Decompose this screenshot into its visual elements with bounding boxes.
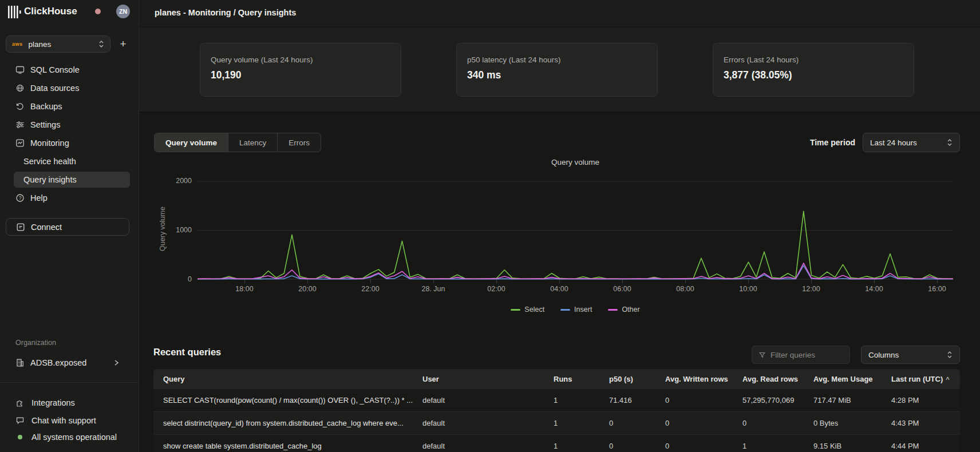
time-period-value: Last 24 hours: [870, 138, 947, 147]
sidebar-item-sql-console[interactable]: SQL Console: [0, 62, 139, 78]
legend-insert[interactable]: Insert: [560, 306, 592, 314]
x-tick: 12:00: [785, 285, 837, 293]
sidebar-item-query-insights[interactable]: Query insights: [0, 172, 139, 188]
add-service-button[interactable]: +: [116, 37, 131, 51]
recent-queries-table: Query User Runs p50 (s) Avg. Written row…: [153, 369, 960, 452]
filter-placeholder: Filter queries: [770, 351, 815, 359]
sort-ascending-icon: ^: [946, 376, 949, 383]
col-user[interactable]: User: [413, 375, 544, 383]
table-header-row: Query User Runs p50 (s) Avg. Written row…: [153, 369, 960, 388]
sidebar-item-label: Backups: [30, 102, 62, 111]
service-selector[interactable]: aws planes: [6, 35, 110, 53]
query-volume-chart[interactable]: [197, 179, 953, 285]
sidebar-item-label: Service health: [23, 157, 76, 166]
other-series-swatch: [608, 309, 618, 311]
table-row[interactable]: select distrinct(query_id) from system.d…: [153, 411, 960, 434]
stat-label: Query volume (Last 24 hours): [211, 55, 390, 64]
chevron-right-icon: [113, 359, 119, 366]
time-period-row: Time period Last 24 hours: [810, 133, 960, 152]
chart-title: Query volume: [197, 158, 953, 166]
updown-chevron-icon: [947, 138, 953, 146]
avg-written-cell: 0: [655, 442, 733, 450]
service-name: planes: [29, 40, 98, 49]
col-avg-written[interactable]: Avg. Written rows: [655, 375, 733, 383]
stat-card-errors: Errors (Last 24 hours) 3,877 (38.05%): [713, 43, 914, 97]
y-tick-1000: 1000: [162, 226, 192, 234]
p50-cell: 71.416: [599, 396, 655, 405]
system-status[interactable]: All systems operational: [0, 429, 139, 445]
filter-queries-input[interactable]: Filter queries: [752, 346, 850, 364]
organization-section-label: Organization: [15, 339, 56, 347]
chat-support-link[interactable]: Chat with support: [0, 413, 139, 429]
sidebar-divider: [0, 382, 139, 383]
query-cell: select distrinct(query_id) from system.d…: [153, 419, 413, 427]
clickhouse-logo-icon: [8, 6, 22, 18]
sidebar-item-monitoring[interactable]: Monitoring: [0, 135, 139, 151]
tab-query-volume[interactable]: Query volume: [155, 133, 228, 152]
stat-card-p50-latency: p50 latency (Last 24 hours) 340 ms: [456, 43, 658, 97]
sql-console-icon: [15, 65, 25, 74]
stat-label: Errors (Last 24 hours): [724, 55, 903, 64]
query-cell: show create table system.distributed_cac…: [153, 442, 413, 450]
top-bar: planes - Monitoring / Query insights: [139, 0, 980, 27]
sidebar-item-label: Help: [30, 193, 48, 203]
x-tick: 16:00: [911, 285, 963, 293]
x-tick: 06:00: [596, 285, 648, 293]
avatar[interactable]: ZN: [116, 5, 130, 18]
query-cell: SELECT CAST(round(pow(count() / max(coun…: [153, 396, 413, 405]
p50-cell: 0: [599, 419, 655, 427]
col-last-run[interactable]: Last run (UTC)^: [882, 375, 960, 383]
time-period-label: Time period: [810, 138, 855, 147]
columns-select[interactable]: Columns: [861, 346, 960, 364]
col-avg-mem[interactable]: Avg. Mem Usage: [804, 375, 882, 383]
connect-button[interactable]: Connect: [6, 218, 129, 236]
x-tick: 28. Jun: [408, 285, 459, 293]
sidebar-item-label: Settings: [30, 120, 60, 129]
organization-selector[interactable]: ADSB.exposed: [0, 355, 139, 371]
integrations-puzzle-icon: [15, 398, 25, 407]
status-label: All systems operational: [31, 433, 117, 442]
col-runs[interactable]: Runs: [544, 375, 599, 383]
col-avg-read[interactable]: Avg. Read rows: [733, 375, 804, 383]
legend-other[interactable]: Other: [608, 306, 639, 314]
breadcrumb: planes - Monitoring / Query insights: [155, 8, 296, 17]
columns-label: Columns: [868, 351, 947, 359]
connect-label: Connect: [31, 223, 62, 232]
last-run-cell: 4:44 PM: [882, 442, 960, 450]
sidebar: ClickHouse ZN aws planes + SQL Console D…: [0, 0, 139, 452]
chart-legend: Select Insert Other: [197, 306, 953, 314]
insert-series-swatch: [560, 309, 570, 311]
last-run-cell: 4:43 PM: [882, 419, 960, 427]
col-p50[interactable]: p50 (s): [599, 375, 655, 383]
x-tick: 20:00: [282, 285, 333, 293]
tab-latency[interactable]: Latency: [228, 133, 277, 152]
sidebar-item-data-sources[interactable]: Data sources: [0, 80, 139, 96]
integrations-link[interactable]: Integrations: [0, 395, 139, 411]
backups-icon: [15, 102, 25, 111]
connect-icon: [16, 223, 25, 232]
sidebar-item-label: Query insights: [23, 175, 77, 184]
organization-building-icon: [15, 358, 25, 367]
notification-dot: [95, 9, 101, 14]
legend-select[interactable]: Select: [511, 306, 544, 314]
avg-mem-cell: 717.47 MiB: [804, 396, 882, 405]
monitoring-icon: [15, 138, 25, 148]
col-query[interactable]: Query: [153, 375, 413, 383]
legend-label: Select: [524, 306, 544, 314]
tab-errors[interactable]: Errors: [277, 133, 321, 152]
main-area: planes - Monitoring / Query insights Que…: [139, 0, 980, 452]
sidebar-item-service-health[interactable]: Service health: [0, 153, 139, 169]
table-row[interactable]: show create table system.distributed_cac…: [153, 434, 960, 452]
sidebar-item-settings[interactable]: Settings: [0, 117, 139, 133]
sidebar-item-help[interactable]: ? Help: [0, 190, 139, 206]
chat-bubble-icon: [15, 416, 25, 425]
sidebar-item-backups[interactable]: Backups: [0, 98, 139, 114]
x-tick: 04:00: [534, 285, 585, 293]
runs-cell: 1: [544, 419, 599, 427]
select-series-swatch: [511, 309, 520, 311]
runs-cell: 1: [544, 442, 599, 450]
avg-read-cell: 1: [733, 442, 804, 450]
avg-read-cell: 0: [733, 419, 804, 427]
time-period-select[interactable]: Last 24 hours: [863, 133, 960, 152]
table-row[interactable]: SELECT CAST(round(pow(count() / max(coun…: [153, 388, 960, 411]
